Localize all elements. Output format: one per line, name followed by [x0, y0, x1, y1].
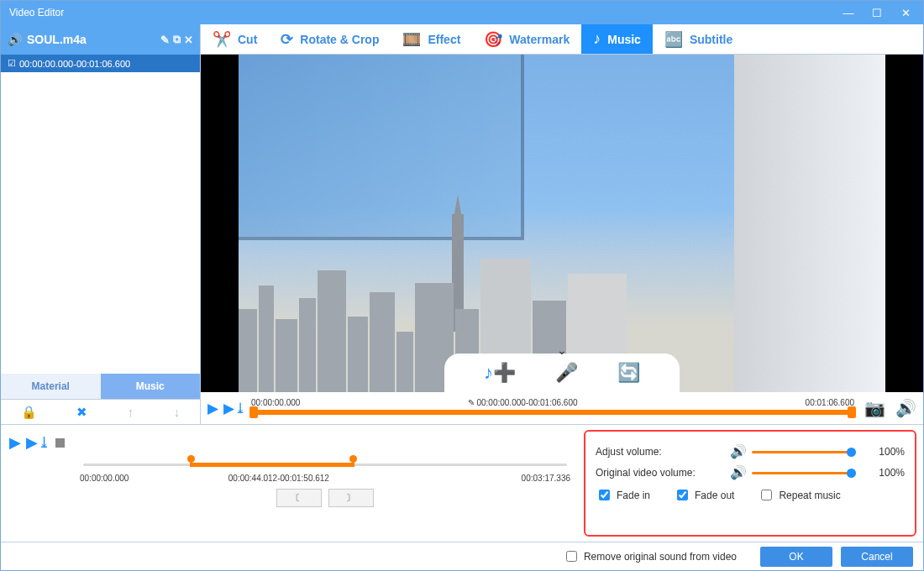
- tool-effect[interactable]: 🎞️Effect: [391, 24, 472, 54]
- preview-start-handle[interactable]: [249, 406, 258, 418]
- timeline-start-time: 00:00:00.000: [80, 474, 129, 483]
- bottom-panel: ▶ ▶⤓ 00:00:00.000 00:00:44.012-00:01:50.…: [1, 424, 923, 542]
- lock-icon[interactable]: 🔒: [21, 405, 37, 420]
- tool-rotate-crop[interactable]: ⟳Rotate & Crop: [269, 24, 391, 54]
- bottom-timeline-area: ▶ ▶⤓ 00:00:00.000 00:00:44.012-00:01:50.…: [8, 430, 575, 537]
- music-icon: ♪: [593, 30, 601, 48]
- preview-segment-range: 00:00:00.000-00:01:06.600: [476, 398, 577, 407]
- timeline-end-time: 00:03:17.336: [522, 474, 570, 483]
- audio-file-name: SOUL.m4a: [27, 33, 157, 46]
- tool-cut[interactable]: ✂️Cut: [201, 24, 269, 54]
- orig-volume-slider[interactable]: [752, 467, 856, 479]
- right-pane: ✂️Cut ⟳Rotate & Crop 🎞️Effect 🎯Watermark…: [201, 24, 923, 424]
- maximize-button[interactable]: ☐: [863, 3, 891, 22]
- adjust-volume-label: Adjust volume:: [596, 446, 730, 458]
- delete-icon[interactable]: ✖: [76, 405, 87, 420]
- subtitle-icon: 🔤: [664, 30, 683, 49]
- close-button[interactable]: ✕: [891, 3, 920, 22]
- fade-in-checkbox[interactable]: Fade in: [596, 487, 650, 503]
- title-bar: Video Editor — ☐ ✕: [1, 1, 923, 24]
- timeline-sel-range: 00:00:44.012-00:01:50.612: [228, 474, 329, 483]
- bracket-left-button[interactable]: 〘: [276, 489, 322, 507]
- adjust-volume-row: Adjust volume: 🔊 100%: [596, 443, 905, 459]
- ok-button[interactable]: OK: [760, 547, 832, 567]
- sidebar-list-area: [1, 72, 200, 374]
- sidebar-tabs: Material Music: [1, 374, 200, 399]
- orig-volume-label: Original video volume:: [596, 467, 730, 479]
- move-down-icon[interactable]: ↓: [174, 405, 181, 419]
- track-item[interactable]: ☑ 00:00:00.000-00:01:06.600: [1, 55, 200, 72]
- preview-frame: [239, 55, 885, 392]
- main-area: 🔊 SOUL.m4a ✎ ⧉ ✕ ☑ 00:00:00.000-00:01:06…: [1, 24, 923, 424]
- speaker-icon[interactable]: 🔊: [730, 443, 747, 459]
- play-range-button[interactable]: ▶⤓: [26, 433, 50, 452]
- watermark-icon: 🎯: [484, 30, 502, 49]
- tool-music[interactable]: ♪Music: [581, 24, 653, 54]
- fade-out-checkbox[interactable]: Fade out: [674, 487, 734, 503]
- track-range: 00:00:00.000-00:01:06.600: [19, 59, 130, 69]
- timeline-end-pin[interactable]: [349, 455, 357, 463]
- play-button[interactable]: ▶: [9, 433, 21, 452]
- adjust-volume-value: 100%: [863, 446, 905, 458]
- bottom-controls: ▶ ▶⤓: [9, 433, 575, 452]
- duplicate-icon[interactable]: ⧉: [173, 33, 181, 46]
- volume-checkboxes: Fade in Fade out Repeat music: [596, 487, 905, 503]
- play-export-icon[interactable]: ▶⤓: [223, 400, 246, 417]
- volume-panel: Adjust volume: 🔊 100% Original video vol…: [584, 430, 916, 537]
- footer: Remove original sound from video OK Canc…: [1, 542, 923, 570]
- tab-music[interactable]: Music: [101, 374, 201, 399]
- orig-volume-value: 100%: [863, 467, 905, 479]
- tab-material[interactable]: Material: [1, 374, 101, 399]
- crop-icon: ⟳: [281, 30, 293, 49]
- orig-volume-row: Original video volume: 🔊 100%: [596, 464, 905, 480]
- tool-watermark[interactable]: 🎯Watermark: [472, 24, 581, 54]
- add-music-icon[interactable]: ♪➕: [484, 362, 516, 384]
- preview-scrubber[interactable]: 00:00:00.000 ✎ 00:00:00.000-00:01:06.600…: [251, 400, 854, 416]
- timeline-start-pin[interactable]: [187, 455, 195, 463]
- edit-icon[interactable]: ✎: [160, 34, 170, 46]
- sidebar-actions: 🔒 ✖ ↑ ↓: [1, 399, 200, 424]
- preview-action-bar: ♪➕ 🎤 🔄: [444, 354, 680, 392]
- track-check-icon: ☑: [8, 58, 16, 69]
- preview-end-handle[interactable]: [848, 406, 856, 418]
- video-preview: ♪➕ 🎤 🔄: [201, 55, 923, 392]
- play-icon[interactable]: ▶: [207, 400, 218, 417]
- snapshot-icon[interactable]: 📷: [864, 398, 885, 418]
- repeat-music-checkbox[interactable]: Repeat music: [758, 487, 840, 503]
- window-title: Video Editor: [4, 7, 834, 18]
- main-toolbar: ✂️Cut ⟳Rotate & Crop 🎞️Effect 🎯Watermark…: [201, 24, 923, 55]
- preview-start-time: 00:00:00.000: [251, 398, 300, 407]
- adjust-volume-slider[interactable]: [752, 446, 856, 458]
- effect-icon: 🎞️: [402, 30, 421, 49]
- cut-icon: ✂️: [213, 30, 231, 49]
- volume-icon[interactable]: 🔊: [895, 398, 916, 418]
- tool-subtitle[interactable]: 🔤Subtitle: [653, 24, 744, 54]
- app-window: Video Editor — ☐ ✕ 🔊 SOUL.m4a ✎ ⧉ ✕ ☑ 00…: [0, 0, 924, 571]
- speaker-icon[interactable]: 🔊: [730, 464, 747, 480]
- sidebar: 🔊 SOUL.m4a ✎ ⧉ ✕ ☑ 00:00:00.000-00:01:06…: [1, 24, 201, 424]
- speaker-icon: 🔊: [8, 33, 22, 46]
- preview-end-time: 00:01:06.600: [806, 398, 854, 407]
- add-voice-icon[interactable]: 🎤: [555, 362, 578, 384]
- preview-timeline: ▶ ▶⤓ 00:00:00.000 ✎ 00:00:00.000-00:01:0…: [201, 392, 923, 424]
- stop-button[interactable]: [55, 438, 65, 448]
- bracket-right-button[interactable]: 〙: [328, 489, 374, 507]
- bottom-timeline[interactable]: 00:00:00.000 00:00:44.012-00:01:50.612 0…: [83, 455, 567, 514]
- refresh-icon[interactable]: 🔄: [617, 362, 640, 384]
- move-up-icon[interactable]: ↑: [128, 405, 134, 419]
- remove-original-sound-checkbox[interactable]: Remove original sound from video: [563, 548, 737, 564]
- remove-icon[interactable]: ✕: [184, 34, 193, 46]
- sidebar-header: 🔊 SOUL.m4a ✎ ⧉ ✕: [1, 24, 200, 55]
- cancel-button[interactable]: Cancel: [841, 547, 913, 567]
- minimize-button[interactable]: —: [834, 3, 863, 22]
